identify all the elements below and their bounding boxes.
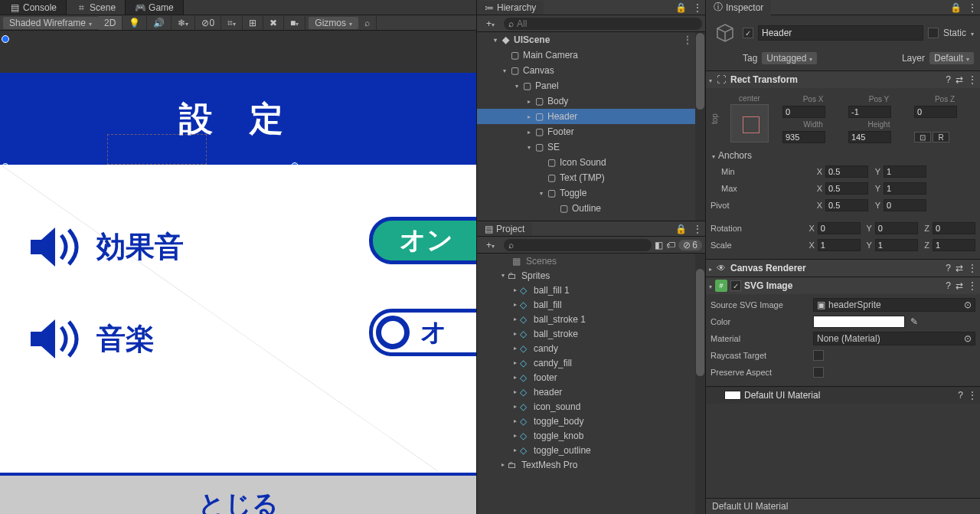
- scene-menu-icon[interactable]: ⋮: [683, 34, 692, 45]
- hierarchy-tree[interactable]: ◆UIScene⋮ ▢Main Camera ▢Canvas ▢Panel ▢B…: [477, 32, 695, 221]
- project-tab[interactable]: ▤Project: [477, 222, 532, 236]
- foldout-icon[interactable]: [511, 374, 520, 381]
- grid-toggle[interactable]: ⌗: [221, 16, 243, 30]
- gameobject-icon[interactable]: [712, 20, 738, 46]
- hierarchy-scrollbar[interactable]: [695, 32, 705, 221]
- layer-dropdown[interactable]: Default: [929, 52, 974, 64]
- shading-mode-dropdown[interactable]: Shaded Wireframe: [3, 17, 98, 29]
- hierarchy-item-canvas[interactable]: ▢Canvas: [477, 63, 695, 78]
- anchors-foldout[interactable]: Anchors: [710, 147, 975, 162]
- preset-icon[interactable]: ⇄: [956, 263, 963, 273]
- canvas-renderer-header[interactable]: 👁 Canvas Renderer ?⇄⋮: [706, 260, 980, 277]
- rot-z[interactable]: [933, 222, 975, 234]
- help-icon[interactable]: ?: [958, 390, 963, 401]
- help-icon[interactable]: ?: [946, 280, 951, 291]
- project-item[interactable]: ◇ball_fill 1: [477, 283, 695, 297]
- raw-edit-mode[interactable]: R: [933, 132, 949, 142]
- foldout-icon[interactable]: [709, 280, 712, 291]
- project-item[interactable]: ▦Scenes: [477, 254, 695, 268]
- tab-scene[interactable]: ⌗Scene: [67, 0, 126, 15]
- anchor-min-y[interactable]: [884, 165, 926, 178]
- project-item[interactable]: ◇footer: [477, 370, 695, 385]
- posy-input[interactable]: [848, 106, 891, 118]
- visibility-count[interactable]: ⊘6: [678, 240, 702, 250]
- preset-icon[interactable]: ⇄: [956, 280, 963, 291]
- foldout-icon[interactable]: [498, 461, 508, 468]
- foldout-icon[interactable]: [511, 447, 520, 453]
- menu-icon[interactable]: ⋮: [968, 390, 977, 401]
- foldout-icon[interactable]: [512, 83, 521, 90]
- scene-view[interactable]: 設 定 効果音 オン 音楽 オ とじる: [0, 31, 476, 514]
- project-search[interactable]: ⌕: [504, 239, 652, 251]
- posz-input[interactable]: [914, 106, 957, 118]
- project-item[interactable]: ◇header: [477, 385, 695, 399]
- panel-menu-icon[interactable]: ⋮: [690, 1, 705, 15]
- project-folder-tmp[interactable]: 🗀TextMesh Pro: [477, 457, 695, 472]
- static-checkbox[interactable]: [928, 28, 939, 38]
- foldout-icon[interactable]: [524, 129, 534, 136]
- se-toggle[interactable]: オン: [369, 217, 476, 264]
- anchor-preset[interactable]: [730, 104, 769, 142]
- foldout-icon[interactable]: [524, 113, 534, 120]
- gizmo-handle[interactable]: [2, 35, 9, 43]
- material-field[interactable]: None (Material)⊙: [813, 332, 975, 345]
- foldout-icon[interactable]: [500, 67, 509, 74]
- menu-icon[interactable]: ⋮: [968, 74, 977, 85]
- fx-toggle[interactable]: ❄: [172, 16, 195, 30]
- scale-z[interactable]: [933, 239, 975, 251]
- foldout-icon[interactable]: [511, 359, 520, 366]
- preserve-checkbox[interactable]: [813, 367, 824, 378]
- svg-image-header[interactable]: # ✓ SVG Image ?⇄⋮: [706, 277, 980, 294]
- eyedropper-icon[interactable]: ✎: [908, 316, 920, 328]
- foldout-icon[interactable]: [537, 190, 546, 197]
- pivot-y[interactable]: [884, 199, 926, 211]
- project-item[interactable]: ◇icon_sound: [477, 399, 695, 414]
- project-item[interactable]: ◇toggle_knob: [477, 428, 695, 443]
- object-picker-icon[interactable]: ⊙: [964, 300, 972, 310]
- tag-dropdown[interactable]: Untagged: [762, 52, 817, 64]
- foldout-icon[interactable]: [524, 98, 534, 105]
- hierarchy-item-body[interactable]: ▢Body: [477, 93, 695, 109]
- snap-toggle[interactable]: ⊞: [243, 16, 263, 30]
- hierarchy-item-toggle[interactable]: ▢Toggle: [477, 185, 695, 201]
- anchor-max-y[interactable]: [884, 182, 926, 195]
- project-scrollbar[interactable]: [695, 254, 705, 514]
- music-toggle[interactable]: オ: [369, 309, 476, 356]
- panel-menu-icon[interactable]: ⋮: [690, 222, 705, 236]
- foldout-icon[interactable]: [511, 432, 520, 439]
- lighting-toggle[interactable]: 💡: [122, 16, 147, 30]
- filter-type-icon[interactable]: ◧: [655, 240, 663, 250]
- foldout-icon[interactable]: [511, 286, 520, 293]
- create-menu[interactable]: +: [480, 238, 501, 252]
- enable-checkbox[interactable]: ✓: [730, 280, 741, 291]
- visibility-toggle[interactable]: ⊘0: [195, 16, 221, 30]
- pivot-x[interactable]: [825, 199, 868, 211]
- create-menu[interactable]: +: [480, 17, 501, 31]
- hierarchy-item-header[interactable]: ▢Header: [477, 109, 695, 124]
- gameobject-name-input[interactable]: [758, 25, 923, 41]
- rot-x[interactable]: [818, 222, 861, 234]
- foldout-icon[interactable]: [511, 417, 520, 424]
- help-icon[interactable]: ?: [946, 263, 951, 273]
- raycast-checkbox[interactable]: [813, 350, 824, 361]
- scale-y[interactable]: [875, 239, 918, 251]
- hierarchy-search[interactable]: ⌕: [504, 18, 702, 30]
- menu-icon[interactable]: ⋮: [968, 263, 977, 273]
- tab-console[interactable]: ▤Console: [0, 0, 67, 15]
- filter-label-icon[interactable]: 🏷: [666, 240, 675, 250]
- foldout-icon[interactable]: [709, 74, 712, 85]
- hierarchy-tab[interactable]: ≔Hierarchy: [477, 1, 544, 15]
- 2d-toggle[interactable]: 2D: [98, 16, 122, 30]
- ui-footer[interactable]: とじる: [0, 473, 476, 514]
- blueprint-mode[interactable]: ⊡: [914, 132, 931, 142]
- project-item[interactable]: ◇candy: [477, 341, 695, 355]
- foldout-icon[interactable]: [511, 316, 520, 322]
- tools-toggle[interactable]: ✖: [263, 16, 284, 30]
- hierarchy-item-se[interactable]: ▢SE: [477, 139, 695, 155]
- project-item[interactable]: ◇toggle_outline: [477, 443, 695, 457]
- hierarchy-search-input[interactable]: [517, 18, 697, 29]
- project-item[interactable]: ◇ball_stroke 1: [477, 312, 695, 326]
- foldout-icon[interactable]: [511, 388, 520, 395]
- hierarchy-item-outline[interactable]: ▢Outline: [477, 201, 695, 216]
- camera-toggle[interactable]: ■: [284, 16, 305, 30]
